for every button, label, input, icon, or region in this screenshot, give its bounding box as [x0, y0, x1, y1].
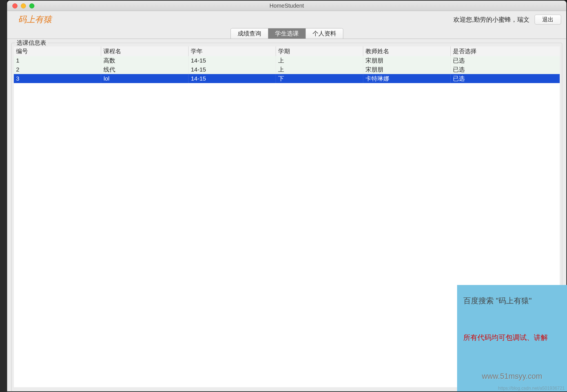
promo-url: www.51msyy.com [463, 372, 561, 381]
cell: 下 [276, 74, 363, 83]
promo-overlay: 百度搜索 "码上有猿" 所有代码均可包调试、讲解 www.51msyy.com [457, 285, 567, 391]
fieldset-legend: 选课信息表 [15, 39, 48, 47]
table-row[interactable]: 2 线代 14-15 上 宋朋朋 已选 [14, 65, 560, 74]
titlebar[interactable]: HomeStudent [7, 1, 566, 11]
cell: 14-15 [189, 65, 276, 74]
promo-line-2: 所有代码均可包调试、讲解 [463, 333, 561, 342]
header: 码上有猿 欢迎您,勤劳的小蜜蜂，瑞文 退出 [7, 11, 566, 28]
cell: 上 [276, 65, 363, 74]
cell: 已选 [451, 56, 560, 65]
col-course[interactable]: 课程名 [101, 46, 189, 56]
cell: 14-15 [189, 56, 276, 65]
cell: 已选 [451, 65, 560, 74]
cell: 上 [276, 56, 363, 65]
col-selected[interactable]: 是否选择 [451, 46, 560, 56]
cell: lol [101, 74, 189, 83]
cell: 14-15 [189, 74, 276, 83]
table-header-row: 编号 课程名 学年 学期 教师姓名 是否选择 [14, 46, 560, 56]
cell: 2 [14, 65, 101, 74]
col-term[interactable]: 学期 [276, 46, 363, 56]
cell: 3 [14, 74, 101, 83]
cell: 卡特琳娜 [363, 74, 451, 83]
tab-bar: 成绩查询 学生选课 个人资料 [7, 28, 566, 39]
brand-logo: 码上有猿 [18, 14, 52, 25]
col-id[interactable]: 编号 [14, 46, 101, 56]
logout-button[interactable]: 退出 [535, 15, 561, 24]
cell: 已选 [451, 74, 560, 83]
background-strip [0, 0, 7, 392]
traffic-lights [7, 3, 34, 8]
tab-grades[interactable]: 成绩查询 [231, 28, 268, 39]
tab-profile[interactable]: 个人资料 [306, 28, 343, 39]
course-table[interactable]: 编号 课程名 学年 学期 教师姓名 是否选择 1 高数 14-15 上 宋朋朋 [14, 46, 560, 83]
table-row[interactable]: 3 lol 14-15 下 卡特琳娜 已选 [14, 74, 560, 83]
cell: 线代 [101, 65, 189, 74]
col-teacher[interactable]: 教师姓名 [363, 46, 451, 56]
close-icon[interactable] [12, 3, 17, 8]
cell: 高数 [101, 56, 189, 65]
col-year[interactable]: 学年 [189, 46, 276, 56]
cell: 1 [14, 56, 101, 65]
promo-line-1: 百度搜索 "码上有猿" [463, 296, 561, 306]
tab-group: 成绩查询 学生选课 个人资料 [231, 28, 343, 39]
welcome-area: 欢迎您,勤劳的小蜜蜂，瑞文 退出 [453, 15, 561, 24]
watermark: https://blog.csdn.net/a501936721 [498, 386, 565, 391]
cell: 宋朋朋 [363, 65, 451, 74]
window-title: HomeStudent [269, 3, 304, 9]
table-row[interactable]: 1 高数 14-15 上 宋朋朋 已选 [14, 56, 560, 65]
tab-course-selection[interactable]: 学生选课 [268, 28, 306, 39]
welcome-text: 欢迎您,勤劳的小蜜蜂，瑞文 [453, 15, 530, 24]
maximize-icon[interactable] [29, 3, 34, 8]
minimize-icon[interactable] [21, 3, 26, 8]
cell: 宋朋朋 [363, 56, 451, 65]
